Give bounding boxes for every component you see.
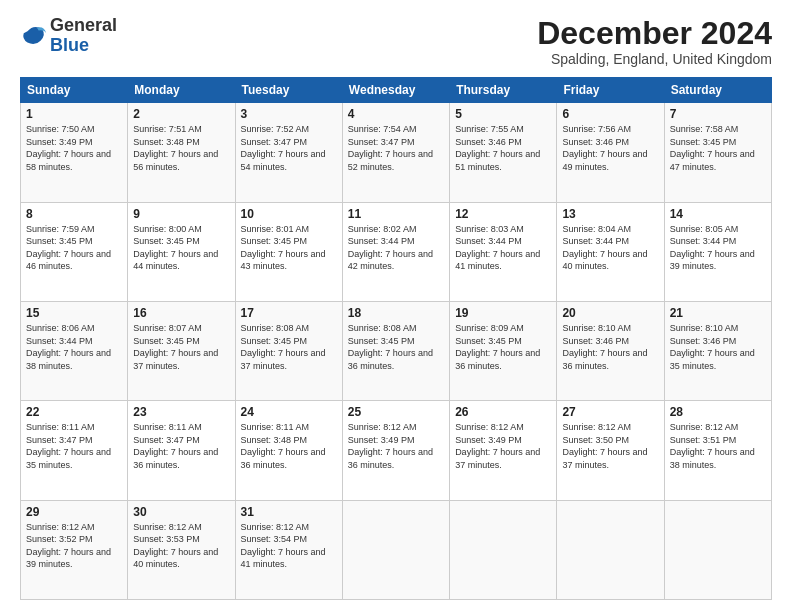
cell-info: Sunrise: 7:59 AM Sunset: 3:45 PM Dayligh… xyxy=(26,223,122,273)
title-section: December 2024 Spalding, England, United … xyxy=(537,16,772,67)
calendar-cell: 4Sunrise: 7:54 AM Sunset: 3:47 PM Daylig… xyxy=(342,103,449,202)
calendar-week-row: 29Sunrise: 8:12 AM Sunset: 3:52 PM Dayli… xyxy=(21,500,772,599)
weekday-header-saturday: Saturday xyxy=(664,78,771,103)
calendar-cell: 29Sunrise: 8:12 AM Sunset: 3:52 PM Dayli… xyxy=(21,500,128,599)
calendar-cell: 6Sunrise: 7:56 AM Sunset: 3:46 PM Daylig… xyxy=(557,103,664,202)
day-number: 14 xyxy=(670,207,766,221)
cell-info: Sunrise: 8:11 AM Sunset: 3:48 PM Dayligh… xyxy=(241,421,337,471)
cell-info: Sunrise: 7:55 AM Sunset: 3:46 PM Dayligh… xyxy=(455,123,551,173)
calendar-cell: 17Sunrise: 8:08 AM Sunset: 3:45 PM Dayli… xyxy=(235,301,342,400)
cell-info: Sunrise: 8:11 AM Sunset: 3:47 PM Dayligh… xyxy=(26,421,122,471)
logo: General Blue xyxy=(20,16,117,56)
calendar-header: SundayMondayTuesdayWednesdayThursdayFrid… xyxy=(21,78,772,103)
calendar-cell: 3Sunrise: 7:52 AM Sunset: 3:47 PM Daylig… xyxy=(235,103,342,202)
day-number: 2 xyxy=(133,107,229,121)
calendar-week-row: 22Sunrise: 8:11 AM Sunset: 3:47 PM Dayli… xyxy=(21,401,772,500)
calendar-table: SundayMondayTuesdayWednesdayThursdayFrid… xyxy=(20,77,772,600)
calendar-cell: 30Sunrise: 8:12 AM Sunset: 3:53 PM Dayli… xyxy=(128,500,235,599)
calendar-page: General Blue December 2024 Spalding, Eng… xyxy=(0,0,792,612)
day-number: 10 xyxy=(241,207,337,221)
day-number: 30 xyxy=(133,505,229,519)
day-number: 21 xyxy=(670,306,766,320)
day-number: 17 xyxy=(241,306,337,320)
cell-info: Sunrise: 8:12 AM Sunset: 3:49 PM Dayligh… xyxy=(348,421,444,471)
cell-info: Sunrise: 8:02 AM Sunset: 3:44 PM Dayligh… xyxy=(348,223,444,273)
calendar-cell: 28Sunrise: 8:12 AM Sunset: 3:51 PM Dayli… xyxy=(664,401,771,500)
day-number: 27 xyxy=(562,405,658,419)
day-number: 25 xyxy=(348,405,444,419)
weekday-header-thursday: Thursday xyxy=(450,78,557,103)
cell-info: Sunrise: 8:06 AM Sunset: 3:44 PM Dayligh… xyxy=(26,322,122,372)
calendar-week-row: 1Sunrise: 7:50 AM Sunset: 3:49 PM Daylig… xyxy=(21,103,772,202)
day-number: 22 xyxy=(26,405,122,419)
cell-info: Sunrise: 8:03 AM Sunset: 3:44 PM Dayligh… xyxy=(455,223,551,273)
cell-info: Sunrise: 8:12 AM Sunset: 3:49 PM Dayligh… xyxy=(455,421,551,471)
calendar-cell: 18Sunrise: 8:08 AM Sunset: 3:45 PM Dayli… xyxy=(342,301,449,400)
cell-info: Sunrise: 8:11 AM Sunset: 3:47 PM Dayligh… xyxy=(133,421,229,471)
cell-info: Sunrise: 7:52 AM Sunset: 3:47 PM Dayligh… xyxy=(241,123,337,173)
calendar-cell xyxy=(664,500,771,599)
calendar-cell: 2Sunrise: 7:51 AM Sunset: 3:48 PM Daylig… xyxy=(128,103,235,202)
weekday-header-sunday: Sunday xyxy=(21,78,128,103)
cell-info: Sunrise: 7:56 AM Sunset: 3:46 PM Dayligh… xyxy=(562,123,658,173)
day-number: 31 xyxy=(241,505,337,519)
calendar-cell: 12Sunrise: 8:03 AM Sunset: 3:44 PM Dayli… xyxy=(450,202,557,301)
calendar-cell: 31Sunrise: 8:12 AM Sunset: 3:54 PM Dayli… xyxy=(235,500,342,599)
calendar-cell: 15Sunrise: 8:06 AM Sunset: 3:44 PM Dayli… xyxy=(21,301,128,400)
day-number: 24 xyxy=(241,405,337,419)
cell-info: Sunrise: 7:50 AM Sunset: 3:49 PM Dayligh… xyxy=(26,123,122,173)
calendar-cell: 25Sunrise: 8:12 AM Sunset: 3:49 PM Dayli… xyxy=(342,401,449,500)
cell-info: Sunrise: 8:08 AM Sunset: 3:45 PM Dayligh… xyxy=(241,322,337,372)
weekday-row: SundayMondayTuesdayWednesdayThursdayFrid… xyxy=(21,78,772,103)
calendar-cell xyxy=(450,500,557,599)
calendar-cell: 27Sunrise: 8:12 AM Sunset: 3:50 PM Dayli… xyxy=(557,401,664,500)
weekday-header-tuesday: Tuesday xyxy=(235,78,342,103)
calendar-cell: 22Sunrise: 8:11 AM Sunset: 3:47 PM Dayli… xyxy=(21,401,128,500)
calendar-cell: 11Sunrise: 8:02 AM Sunset: 3:44 PM Dayli… xyxy=(342,202,449,301)
cell-info: Sunrise: 8:12 AM Sunset: 3:50 PM Dayligh… xyxy=(562,421,658,471)
day-number: 13 xyxy=(562,207,658,221)
day-number: 5 xyxy=(455,107,551,121)
cell-info: Sunrise: 8:10 AM Sunset: 3:46 PM Dayligh… xyxy=(670,322,766,372)
day-number: 3 xyxy=(241,107,337,121)
logo-icon xyxy=(20,22,48,50)
day-number: 20 xyxy=(562,306,658,320)
cell-info: Sunrise: 8:08 AM Sunset: 3:45 PM Dayligh… xyxy=(348,322,444,372)
day-number: 23 xyxy=(133,405,229,419)
weekday-header-friday: Friday xyxy=(557,78,664,103)
cell-info: Sunrise: 7:51 AM Sunset: 3:48 PM Dayligh… xyxy=(133,123,229,173)
calendar-cell: 8Sunrise: 7:59 AM Sunset: 3:45 PM Daylig… xyxy=(21,202,128,301)
calendar-cell: 13Sunrise: 8:04 AM Sunset: 3:44 PM Dayli… xyxy=(557,202,664,301)
day-number: 8 xyxy=(26,207,122,221)
calendar-week-row: 8Sunrise: 7:59 AM Sunset: 3:45 PM Daylig… xyxy=(21,202,772,301)
cell-info: Sunrise: 7:58 AM Sunset: 3:45 PM Dayligh… xyxy=(670,123,766,173)
calendar-cell: 1Sunrise: 7:50 AM Sunset: 3:49 PM Daylig… xyxy=(21,103,128,202)
calendar-cell xyxy=(557,500,664,599)
location: Spalding, England, United Kingdom xyxy=(537,51,772,67)
day-number: 28 xyxy=(670,405,766,419)
calendar-cell: 14Sunrise: 8:05 AM Sunset: 3:44 PM Dayli… xyxy=(664,202,771,301)
cell-info: Sunrise: 8:05 AM Sunset: 3:44 PM Dayligh… xyxy=(670,223,766,273)
day-number: 9 xyxy=(133,207,229,221)
day-number: 7 xyxy=(670,107,766,121)
calendar-cell: 16Sunrise: 8:07 AM Sunset: 3:45 PM Dayli… xyxy=(128,301,235,400)
logo-line1: General xyxy=(50,16,117,36)
day-number: 6 xyxy=(562,107,658,121)
logo-line2: Blue xyxy=(50,36,117,56)
day-number: 12 xyxy=(455,207,551,221)
day-number: 4 xyxy=(348,107,444,121)
cell-info: Sunrise: 8:01 AM Sunset: 3:45 PM Dayligh… xyxy=(241,223,337,273)
calendar-cell: 21Sunrise: 8:10 AM Sunset: 3:46 PM Dayli… xyxy=(664,301,771,400)
day-number: 1 xyxy=(26,107,122,121)
day-number: 11 xyxy=(348,207,444,221)
day-number: 19 xyxy=(455,306,551,320)
cell-info: Sunrise: 8:12 AM Sunset: 3:51 PM Dayligh… xyxy=(670,421,766,471)
calendar-cell: 10Sunrise: 8:01 AM Sunset: 3:45 PM Dayli… xyxy=(235,202,342,301)
calendar-cell: 23Sunrise: 8:11 AM Sunset: 3:47 PM Dayli… xyxy=(128,401,235,500)
day-number: 15 xyxy=(26,306,122,320)
cell-info: Sunrise: 8:10 AM Sunset: 3:46 PM Dayligh… xyxy=(562,322,658,372)
month-title: December 2024 xyxy=(537,16,772,51)
calendar-cell: 5Sunrise: 7:55 AM Sunset: 3:46 PM Daylig… xyxy=(450,103,557,202)
cell-info: Sunrise: 7:54 AM Sunset: 3:47 PM Dayligh… xyxy=(348,123,444,173)
calendar-cell: 20Sunrise: 8:10 AM Sunset: 3:46 PM Dayli… xyxy=(557,301,664,400)
